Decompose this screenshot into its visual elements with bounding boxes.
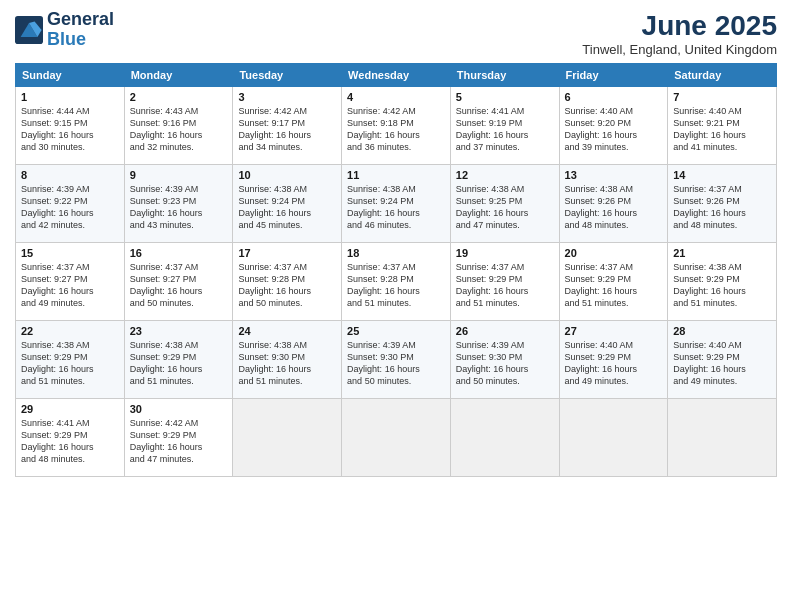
calendar-cell: 17Sunrise: 4:37 AM Sunset: 9:28 PM Dayli… (233, 243, 342, 321)
calendar-cell: 26Sunrise: 4:39 AM Sunset: 9:30 PM Dayli… (450, 321, 559, 399)
calendar-cell: 28Sunrise: 4:40 AM Sunset: 9:29 PM Dayli… (668, 321, 777, 399)
calendar-cell: 8Sunrise: 4:39 AM Sunset: 9:22 PM Daylig… (16, 165, 125, 243)
calendar-cell: 16Sunrise: 4:37 AM Sunset: 9:27 PM Dayli… (124, 243, 233, 321)
calendar-cell: 5Sunrise: 4:41 AM Sunset: 9:19 PM Daylig… (450, 87, 559, 165)
day-info: Sunrise: 4:38 AM Sunset: 9:29 PM Dayligh… (130, 339, 228, 388)
day-number: 10 (238, 169, 336, 181)
day-info: Sunrise: 4:37 AM Sunset: 9:28 PM Dayligh… (347, 261, 445, 310)
day-number: 29 (21, 403, 119, 415)
week-row-2: 8Sunrise: 4:39 AM Sunset: 9:22 PM Daylig… (16, 165, 777, 243)
week-row-5: 29Sunrise: 4:41 AM Sunset: 9:29 PM Dayli… (16, 399, 777, 477)
day-number: 14 (673, 169, 771, 181)
day-info: Sunrise: 4:39 AM Sunset: 9:30 PM Dayligh… (456, 339, 554, 388)
day-info: Sunrise: 4:37 AM Sunset: 9:29 PM Dayligh… (565, 261, 663, 310)
logo: General Blue (15, 10, 114, 50)
day-info: Sunrise: 4:42 AM Sunset: 9:29 PM Dayligh… (130, 417, 228, 466)
day-number: 4 (347, 91, 445, 103)
calendar-cell: 29Sunrise: 4:41 AM Sunset: 9:29 PM Dayli… (16, 399, 125, 477)
day-info: Sunrise: 4:37 AM Sunset: 9:27 PM Dayligh… (130, 261, 228, 310)
day-info: Sunrise: 4:40 AM Sunset: 9:29 PM Dayligh… (673, 339, 771, 388)
day-number: 28 (673, 325, 771, 337)
day-info: Sunrise: 4:37 AM Sunset: 9:27 PM Dayligh… (21, 261, 119, 310)
day-info: Sunrise: 4:40 AM Sunset: 9:20 PM Dayligh… (565, 105, 663, 154)
weekday-header-wednesday: Wednesday (342, 64, 451, 87)
calendar-cell: 21Sunrise: 4:38 AM Sunset: 9:29 PM Dayli… (668, 243, 777, 321)
calendar-cell: 20Sunrise: 4:37 AM Sunset: 9:29 PM Dayli… (559, 243, 668, 321)
page: General Blue June 2025 Tinwell, England,… (0, 0, 792, 612)
calendar-cell: 1Sunrise: 4:44 AM Sunset: 9:15 PM Daylig… (16, 87, 125, 165)
logo-text: General Blue (47, 10, 114, 50)
day-number: 26 (456, 325, 554, 337)
day-number: 7 (673, 91, 771, 103)
calendar-cell: 24Sunrise: 4:38 AM Sunset: 9:30 PM Dayli… (233, 321, 342, 399)
calendar-cell: 12Sunrise: 4:38 AM Sunset: 9:25 PM Dayli… (450, 165, 559, 243)
weekday-header-row: SundayMondayTuesdayWednesdayThursdayFrid… (16, 64, 777, 87)
calendar-cell: 27Sunrise: 4:40 AM Sunset: 9:29 PM Dayli… (559, 321, 668, 399)
day-number: 20 (565, 247, 663, 259)
day-info: Sunrise: 4:43 AM Sunset: 9:16 PM Dayligh… (130, 105, 228, 154)
day-number: 9 (130, 169, 228, 181)
day-number: 17 (238, 247, 336, 259)
day-number: 27 (565, 325, 663, 337)
weekday-header-monday: Monday (124, 64, 233, 87)
day-number: 23 (130, 325, 228, 337)
month-title: June 2025 (582, 10, 777, 42)
day-info: Sunrise: 4:39 AM Sunset: 9:22 PM Dayligh… (21, 183, 119, 232)
day-number: 5 (456, 91, 554, 103)
calendar-cell: 3Sunrise: 4:42 AM Sunset: 9:17 PM Daylig… (233, 87, 342, 165)
location: Tinwell, England, United Kingdom (582, 42, 777, 57)
title-block: June 2025 Tinwell, England, United Kingd… (582, 10, 777, 57)
day-number: 25 (347, 325, 445, 337)
day-info: Sunrise: 4:39 AM Sunset: 9:30 PM Dayligh… (347, 339, 445, 388)
calendar-cell: 13Sunrise: 4:38 AM Sunset: 9:26 PM Dayli… (559, 165, 668, 243)
day-info: Sunrise: 4:37 AM Sunset: 9:28 PM Dayligh… (238, 261, 336, 310)
day-info: Sunrise: 4:39 AM Sunset: 9:23 PM Dayligh… (130, 183, 228, 232)
calendar-cell (342, 399, 451, 477)
calendar-cell: 6Sunrise: 4:40 AM Sunset: 9:20 PM Daylig… (559, 87, 668, 165)
day-number: 11 (347, 169, 445, 181)
calendar-cell (450, 399, 559, 477)
calendar-cell: 23Sunrise: 4:38 AM Sunset: 9:29 PM Dayli… (124, 321, 233, 399)
day-info: Sunrise: 4:37 AM Sunset: 9:26 PM Dayligh… (673, 183, 771, 232)
day-number: 12 (456, 169, 554, 181)
calendar-cell: 19Sunrise: 4:37 AM Sunset: 9:29 PM Dayli… (450, 243, 559, 321)
day-info: Sunrise: 4:41 AM Sunset: 9:29 PM Dayligh… (21, 417, 119, 466)
day-info: Sunrise: 4:41 AM Sunset: 9:19 PM Dayligh… (456, 105, 554, 154)
day-number: 19 (456, 247, 554, 259)
weekday-header-thursday: Thursday (450, 64, 559, 87)
calendar-cell: 30Sunrise: 4:42 AM Sunset: 9:29 PM Dayli… (124, 399, 233, 477)
day-info: Sunrise: 4:42 AM Sunset: 9:18 PM Dayligh… (347, 105, 445, 154)
day-number: 30 (130, 403, 228, 415)
day-number: 24 (238, 325, 336, 337)
weekday-header-friday: Friday (559, 64, 668, 87)
week-row-1: 1Sunrise: 4:44 AM Sunset: 9:15 PM Daylig… (16, 87, 777, 165)
week-row-3: 15Sunrise: 4:37 AM Sunset: 9:27 PM Dayli… (16, 243, 777, 321)
calendar-cell: 15Sunrise: 4:37 AM Sunset: 9:27 PM Dayli… (16, 243, 125, 321)
day-number: 21 (673, 247, 771, 259)
calendar-cell: 18Sunrise: 4:37 AM Sunset: 9:28 PM Dayli… (342, 243, 451, 321)
day-number: 13 (565, 169, 663, 181)
calendar-cell: 4Sunrise: 4:42 AM Sunset: 9:18 PM Daylig… (342, 87, 451, 165)
header: General Blue June 2025 Tinwell, England,… (15, 10, 777, 57)
calendar: SundayMondayTuesdayWednesdayThursdayFrid… (15, 63, 777, 477)
day-info: Sunrise: 4:44 AM Sunset: 9:15 PM Dayligh… (21, 105, 119, 154)
day-info: Sunrise: 4:38 AM Sunset: 9:24 PM Dayligh… (238, 183, 336, 232)
day-number: 18 (347, 247, 445, 259)
calendar-cell (559, 399, 668, 477)
day-info: Sunrise: 4:40 AM Sunset: 9:29 PM Dayligh… (565, 339, 663, 388)
day-number: 22 (21, 325, 119, 337)
calendar-cell: 10Sunrise: 4:38 AM Sunset: 9:24 PM Dayli… (233, 165, 342, 243)
calendar-cell (668, 399, 777, 477)
day-info: Sunrise: 4:38 AM Sunset: 9:26 PM Dayligh… (565, 183, 663, 232)
day-info: Sunrise: 4:38 AM Sunset: 9:24 PM Dayligh… (347, 183, 445, 232)
day-info: Sunrise: 4:38 AM Sunset: 9:29 PM Dayligh… (21, 339, 119, 388)
day-number: 6 (565, 91, 663, 103)
calendar-cell: 7Sunrise: 4:40 AM Sunset: 9:21 PM Daylig… (668, 87, 777, 165)
calendar-cell: 11Sunrise: 4:38 AM Sunset: 9:24 PM Dayli… (342, 165, 451, 243)
calendar-cell (233, 399, 342, 477)
week-row-4: 22Sunrise: 4:38 AM Sunset: 9:29 PM Dayli… (16, 321, 777, 399)
day-info: Sunrise: 4:37 AM Sunset: 9:29 PM Dayligh… (456, 261, 554, 310)
calendar-cell: 22Sunrise: 4:38 AM Sunset: 9:29 PM Dayli… (16, 321, 125, 399)
day-info: Sunrise: 4:38 AM Sunset: 9:30 PM Dayligh… (238, 339, 336, 388)
day-number: 16 (130, 247, 228, 259)
